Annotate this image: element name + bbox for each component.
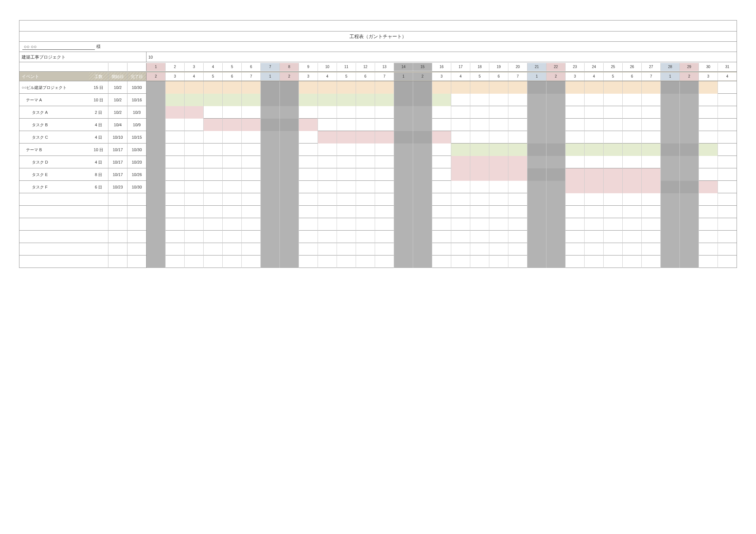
project-row: 建築工事プロジェクト 10 [19, 52, 737, 62]
gantt-cell [622, 255, 641, 268]
date-header-cell: 20 [508, 63, 527, 71]
date-header-cell: 18 [470, 63, 489, 71]
empty-row [19, 193, 737, 206]
gantt-cell [222, 255, 241, 268]
gantt-cell [337, 243, 356, 255]
task-dur: 15 日 [89, 81, 108, 94]
gantt-cell [394, 206, 413, 218]
gantt-cell [508, 94, 527, 106]
gantt-cell [584, 255, 603, 268]
gantt-cell [279, 193, 299, 206]
task-name [19, 218, 89, 231]
task-end: 10/20 [127, 156, 146, 168]
gantt-cell [375, 119, 394, 131]
gantt-cell [279, 131, 299, 143]
gantt-cell [546, 193, 565, 206]
gantt-cell [432, 168, 451, 181]
gantt-bar-cell [413, 94, 432, 106]
gantt-cell [203, 131, 222, 143]
gantt-cell [698, 131, 718, 143]
gantt-cell [527, 106, 546, 119]
gantt-cell [698, 243, 718, 255]
date-header-cell: 16 [432, 63, 451, 71]
gantt-cell [413, 106, 432, 119]
dow-header-cell: 5 [603, 72, 622, 81]
gantt-cell [337, 106, 356, 119]
date-header-cell: 29 [679, 63, 698, 71]
gantt-bar-cell [394, 94, 413, 106]
gantt-cell [318, 181, 337, 193]
gantt-bar-cell [679, 81, 698, 94]
gantt-cell [375, 143, 394, 156]
date-header-cell: 8 [279, 63, 299, 71]
gantt-cell [375, 231, 394, 243]
gantt-cell [679, 231, 698, 243]
gantt-cell [603, 243, 622, 255]
gantt-cell [356, 106, 375, 119]
gantt-cell [356, 218, 375, 231]
date-header-cell: 14 [394, 63, 413, 71]
gantt-cell [470, 181, 489, 193]
gantt-bar-cell [489, 81, 508, 94]
gantt-cell [565, 119, 584, 131]
task-end: 10/30 [127, 143, 146, 156]
gantt-bar-cell [260, 94, 279, 106]
gantt-cell [622, 243, 641, 255]
gantt-bar-cell [698, 181, 718, 193]
gantt-cell [241, 168, 260, 181]
gantt-cell [318, 218, 337, 231]
gantt-cell [718, 156, 737, 168]
gantt-bar-cell [299, 81, 318, 94]
gantt-cell [698, 218, 718, 231]
dow-header-cell: 4 [318, 72, 337, 81]
gantt-cell [718, 81, 737, 94]
col-end-header: 完了日 [127, 72, 146, 81]
gantt-cell [279, 218, 299, 231]
task-start [108, 243, 127, 255]
gantt-cell [432, 255, 451, 268]
gantt-cell [146, 156, 165, 168]
gantt-cell [660, 131, 679, 143]
gantt-cell [375, 181, 394, 193]
dow-header-cell: 7 [375, 72, 394, 81]
page-title-row: 工程表（ガントチャート） [19, 31, 737, 42]
task-name: タスク D [19, 156, 89, 168]
gantt-bar-cell [432, 94, 451, 106]
gantt-cell [546, 243, 565, 255]
gantt-cell [565, 94, 584, 106]
gantt-cell [603, 106, 622, 119]
month-label: 10 [146, 52, 155, 62]
task-name: タスク A [19, 106, 89, 119]
task-dur [89, 243, 108, 255]
gantt-cell [337, 143, 356, 156]
gantt-cell [222, 206, 241, 218]
col-start-header: 開始日 [108, 72, 127, 81]
gantt-cell [318, 156, 337, 168]
gantt-bar-cell [165, 106, 184, 119]
gantt-bar-cell [337, 94, 356, 106]
gantt-cell [489, 218, 508, 231]
gantt-cell [356, 206, 375, 218]
gantt-cell [203, 106, 222, 119]
gantt-cell [718, 143, 737, 156]
gantt-bar-cell [222, 81, 241, 94]
gantt-cell [508, 131, 527, 143]
gantt-bar-cell [222, 94, 241, 106]
task-dur: 4 日 [89, 119, 108, 131]
task-dur [89, 255, 108, 268]
gantt-cell [584, 156, 603, 168]
gantt-cell [394, 255, 413, 268]
dow-header-cell: 7 [641, 72, 660, 81]
date-header-cell: 21 [527, 63, 546, 71]
gantt-cell [584, 218, 603, 231]
gantt-cell [413, 243, 432, 255]
dow-header-cell: 6 [356, 72, 375, 81]
date-header-cell: 7 [260, 63, 279, 71]
task-name: タスク F [19, 181, 89, 193]
gantt-cell [146, 206, 165, 218]
gantt-cell [184, 156, 203, 168]
gantt-cell [222, 143, 241, 156]
gantt-cell [679, 206, 698, 218]
gantt-cell [356, 156, 375, 168]
gantt-cell [413, 218, 432, 231]
